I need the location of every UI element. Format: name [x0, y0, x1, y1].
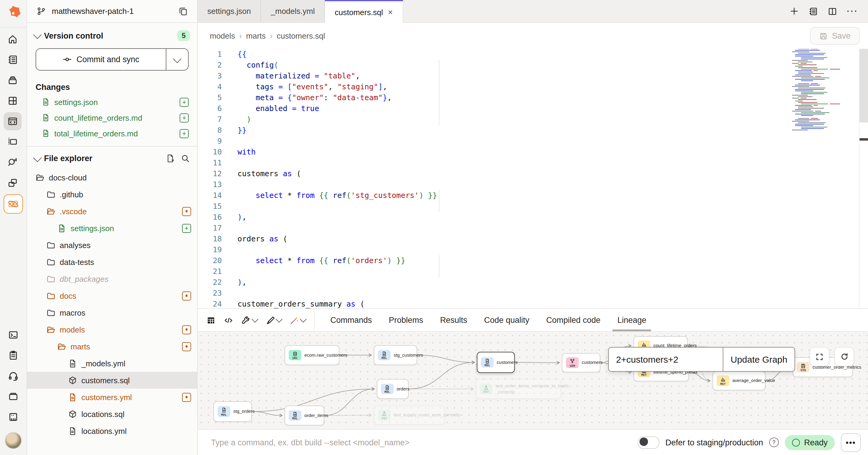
tab-_models.yml[interactable]: _models.yml: [261, 0, 325, 22]
stage-file-badge[interactable]: +: [180, 97, 189, 107]
lineage-fullscreen-button[interactable]: [809, 347, 830, 366]
rail-item-headset-icon[interactable]: [4, 367, 22, 385]
branch-header: matthewshaver-patch-1: [27, 0, 197, 23]
lineage-node-customers[interactable]: MDLcustomers: [477, 352, 515, 373]
rail-item-archive-icon[interactable]: [4, 71, 22, 89]
rail-item-clipboard-icon[interactable]: [4, 346, 22, 365]
tree-item-customers.sql[interactable]: customers.sql: [27, 372, 197, 389]
grid-icon: [7, 95, 18, 106]
close-tab-icon[interactable]: ×: [388, 8, 393, 16]
panel-tab-compiled-code[interactable]: Compiled code: [538, 309, 609, 331]
lineage-node-average_order_value[interactable]: METaverage_order_value: [712, 371, 766, 391]
rail-item-dbt-extension-atom-icon[interactable]: [4, 194, 23, 214]
rail-item-app-frame-icon[interactable]: [4, 133, 22, 151]
build-tools-dropdown[interactable]: [241, 315, 257, 325]
format-dropdown[interactable]: [265, 315, 281, 325]
command-input[interactable]: [210, 437, 632, 448]
minimap[interactable]: [789, 49, 841, 135]
version-control-header[interactable]: Version control 5: [27, 23, 197, 46]
notebook-panel-icon[interactable]: [808, 6, 818, 16]
code-editor[interactable]: 1{{2 config(3 materialized = "table",4 t…: [198, 49, 868, 308]
cube-icon: [381, 351, 387, 357]
rail-item-collection-icon[interactable]: [4, 388, 22, 405]
commit-and-sync-button[interactable]: Commit and sync: [36, 49, 166, 70]
tree-item-dbt_packages[interactable]: dbt_packages: [27, 271, 197, 287]
lineage-node-stg_customers[interactable]: MDLstg_customers: [374, 345, 417, 365]
lineage-node-test_supply_costs_sum_correctly[interactable]: TSTtest_supply_costs_sum_correctly: [374, 405, 445, 425]
file-explorer-header[interactable]: File explorer: [27, 147, 197, 169]
breadcrumb: models› marts› customers.sql: [210, 31, 325, 40]
tree-item-marts[interactable]: marts: [27, 338, 197, 355]
tree-item-_models.yml[interactable]: _models.yml: [27, 355, 197, 372]
tree-item-docs[interactable]: docs: [27, 287, 197, 304]
ai-assist-dropdown[interactable]: [289, 315, 306, 325]
tab-customers.sql[interactable]: customers.sql×: [325, 0, 403, 23]
panel-tab-lineage[interactable]: Lineage: [609, 309, 655, 331]
more-actions-icon[interactable]: ···: [847, 7, 858, 16]
tree-item-settings.json[interactable]: settings.json+: [27, 220, 197, 236]
tree-item-docs-cloud[interactable]: docs-cloud: [27, 169, 197, 186]
update-graph-button[interactable]: Update Graph: [723, 348, 795, 371]
copy-branch-icon[interactable]: [177, 4, 190, 18]
statusbar-more-button[interactable]: •••: [841, 433, 861, 452]
panel-tab-commands[interactable]: Commands: [322, 309, 380, 331]
rail-item-windows-icon[interactable]: [4, 174, 22, 192]
stage-file-badge[interactable]: +: [180, 113, 189, 122]
tree-item-.vscode[interactable]: .vscode: [27, 203, 197, 220]
panel-tab-problems[interactable]: Problems: [380, 309, 432, 331]
format-pen-icon: [265, 315, 275, 325]
changed-file-row[interactable]: settings.json+: [27, 94, 197, 110]
code-line-23: 23: [198, 288, 868, 299]
panel-tab-results[interactable]: Results: [432, 309, 475, 331]
changed-file-row[interactable]: total_lifetime_orders.md+: [27, 125, 197, 141]
split-editor-icon[interactable]: [828, 6, 837, 16]
tree-item-customers.yml[interactable]: customers.yml: [27, 389, 197, 405]
defer-toggle[interactable]: [638, 436, 659, 449]
left-rail: [0, 0, 27, 455]
tree-item-macros[interactable]: macros: [27, 304, 197, 321]
new-file-icon[interactable]: [166, 154, 175, 163]
tree-item-analyses[interactable]: analyses: [27, 236, 197, 253]
tree-item-models[interactable]: models: [27, 321, 197, 338]
rail-item-audit-search-icon[interactable]: [4, 153, 22, 171]
lineage-node-ecom.raw_customers[interactable]: SRCecom.raw_customers: [284, 345, 339, 365]
lineage-node-order_items[interactable]: MDLorder_items: [284, 405, 324, 425]
rail-item-notebook-icon[interactable]: [4, 51, 22, 69]
user-avatar[interactable]: [5, 432, 22, 449]
rail-item-grid-icon[interactable]: [4, 92, 22, 110]
help-icon[interactable]: ?: [769, 437, 779, 447]
new-tab-icon[interactable]: [789, 7, 799, 16]
lineage-node-customers[interactable]: SEMcustomers: [562, 353, 600, 372]
save-button[interactable]: Save: [810, 27, 860, 45]
changed-file-row[interactable]: count_lifetime_orders.md+: [27, 110, 197, 125]
breadcrumb-models[interactable]: models: [210, 31, 235, 40]
tree-item-locations.yml[interactable]: locations.yml: [27, 422, 197, 439]
rail-item-terminal-icon[interactable]: [4, 326, 22, 344]
code-line-5: 5 meta = {"owner": "data-team"},: [198, 92, 868, 103]
breadcrumb-marts[interactable]: marts: [246, 31, 266, 40]
main-area: settings.json_models.ymlcustomers.sql× ·…: [198, 0, 868, 455]
panel-tab-code-quality[interactable]: Code quality: [475, 309, 538, 331]
tree-item-data-tests[interactable]: data-tests: [27, 253, 197, 271]
rail-item-home-icon[interactable]: [4, 30, 22, 48]
tab-settings.json[interactable]: settings.json: [198, 0, 261, 22]
lineage-refresh-button[interactable]: [834, 347, 854, 366]
breadcrumb-file[interactable]: customers.sql: [277, 31, 325, 40]
lineage-node-stg_orders[interactable]: MDLstg_orders: [213, 401, 252, 422]
lineage-node-test_order_items_compute_to_bools[interactable]: TSTtest_order_items_compute_to_bools _co…: [475, 379, 561, 399]
rail-item-organization-icon[interactable]: [4, 408, 22, 426]
tree-item-.github[interactable]: .github: [27, 186, 197, 203]
code-line-20: 20 select * from {{ ref('orders') }}: [198, 255, 868, 266]
commit-options-caret[interactable]: [166, 49, 188, 70]
search-icon[interactable]: [181, 154, 190, 163]
lineage-canvas[interactable]: SRCecom.raw_customersMDLstg_customersMDL…: [198, 332, 868, 429]
lineage-search-input[interactable]: 2+customers+2: [609, 348, 723, 371]
stage-file-badge[interactable]: +: [180, 129, 189, 138]
lineage-node-orders[interactable]: MDLorders: [377, 379, 409, 399]
code-line-9: 9: [198, 136, 868, 147]
editor-scrollbar[interactable]: [859, 49, 868, 308]
tree-item-locations.sql[interactable]: locations.sql: [27, 405, 197, 422]
rail-item-code-editor-icon[interactable]: [4, 112, 22, 130]
results-table-icon[interactable]: [206, 315, 216, 325]
code-preview-icon[interactable]: [224, 315, 233, 325]
